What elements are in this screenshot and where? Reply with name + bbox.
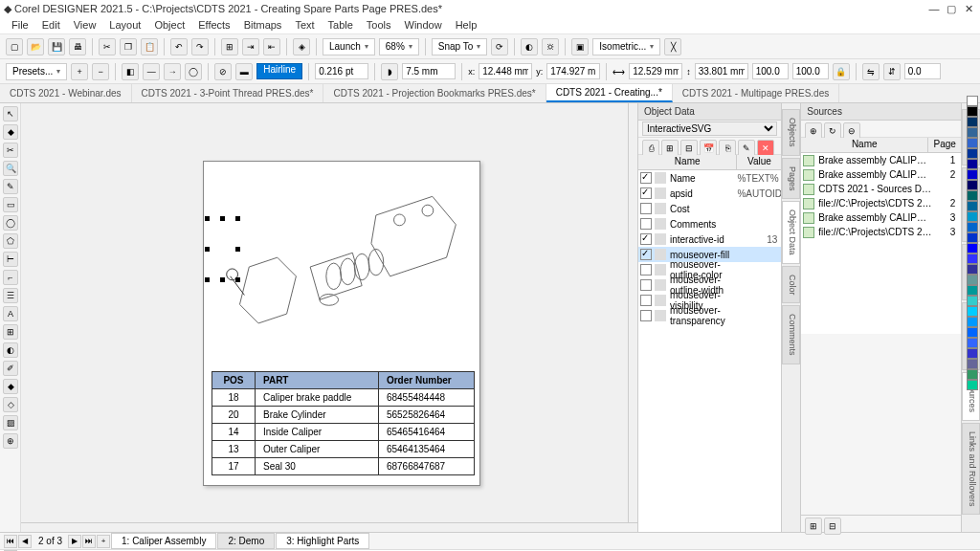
color-swatch[interactable] xyxy=(967,232,978,243)
rectangle-tool[interactable]: ▭ xyxy=(3,197,18,212)
refresh-icon[interactable]: ⟳ xyxy=(491,38,508,55)
ellipse-tool[interactable]: ◯ xyxy=(3,215,18,231)
save-icon[interactable]: 💾 xyxy=(48,38,65,55)
object-data-row[interactable]: Name%TEXT% xyxy=(638,170,781,186)
sources-list[interactable]: Brake assembly CALIPER LIST.xls1Brake as… xyxy=(801,153,961,334)
menu-help[interactable]: Help xyxy=(450,19,483,32)
color-swatch[interactable] xyxy=(967,317,978,327)
color-swatch[interactable] xyxy=(967,369,978,380)
schema-select[interactable]: InteractiveSVG xyxy=(642,121,777,136)
freehand-tool[interactable]: ✎ xyxy=(3,179,18,194)
color-swatch[interactable] xyxy=(967,359,978,369)
import-icon[interactable]: ⇥ xyxy=(242,38,259,55)
line-icon[interactable]: — xyxy=(143,63,160,80)
pick-tool[interactable]: ↖ xyxy=(3,106,18,121)
outline-width-input[interactable] xyxy=(315,63,368,79)
doc-tab[interactable]: CDTS 2021 - Multipage PRES.des xyxy=(673,84,839,102)
fill-none-icon[interactable]: ⊘ xyxy=(214,63,232,80)
export-icon[interactable]: ⇤ xyxy=(263,38,280,55)
dimension-tool[interactable]: ⊢ xyxy=(3,252,18,267)
callout-icon[interactable]: ◧ xyxy=(122,63,139,80)
color-swatch[interactable] xyxy=(967,222,978,232)
menu-object[interactable]: Object xyxy=(148,19,190,32)
menu-window[interactable]: Window xyxy=(399,19,448,32)
arrow-icon[interactable]: → xyxy=(164,63,181,80)
color-swatch[interactable] xyxy=(967,117,978,127)
color-swatch[interactable] xyxy=(967,253,978,264)
color-swatch[interactable] xyxy=(967,306,978,317)
outline-tool[interactable]: ◇ xyxy=(3,397,18,412)
color-swatch[interactable] xyxy=(967,180,978,190)
page-tab[interactable]: 1: Caliper Assembly xyxy=(111,533,216,549)
checkbox[interactable] xyxy=(640,172,652,184)
options-icon[interactable]: ⛭ xyxy=(542,38,559,55)
object-data-row[interactable]: interactive-id13 xyxy=(638,231,781,247)
menu-file[interactable]: File xyxy=(6,19,34,32)
add-preset-icon[interactable]: + xyxy=(71,63,88,80)
menu-effects[interactable]: Effects xyxy=(192,19,235,32)
docker-tab[interactable]: Color xyxy=(782,266,800,304)
h-input[interactable] xyxy=(695,63,748,79)
page-add-icon[interactable]: + xyxy=(97,535,110,548)
scale-y-input[interactable] xyxy=(792,63,829,79)
vertical-scrollbar[interactable] xyxy=(628,103,637,522)
horizontal-scrollbar[interactable] xyxy=(21,522,637,532)
color-swatch[interactable] xyxy=(967,348,978,359)
doc-tab[interactable]: CDTS 2021 - Webinar.des xyxy=(0,84,132,102)
cap-icon[interactable]: ◗ xyxy=(381,63,398,80)
color-swatch[interactable] xyxy=(967,285,978,296)
table-tool[interactable]: ⊞ xyxy=(3,324,18,340)
docker-tab[interactable]: Links and Rollovers xyxy=(962,423,980,516)
docker-tab[interactable]: Objects xyxy=(782,109,800,156)
effects-tool[interactable]: ◐ xyxy=(3,342,18,358)
fill-solid-icon[interactable]: ▬ xyxy=(235,63,253,80)
checkbox[interactable] xyxy=(640,264,652,276)
new-icon[interactable]: ▢ xyxy=(6,38,23,55)
page-first-icon[interactable]: ⏮ xyxy=(4,535,17,548)
copy-icon[interactable]: ❐ xyxy=(120,38,137,55)
crop-tool[interactable]: ✂ xyxy=(3,143,18,158)
color-swatch[interactable] xyxy=(967,96,978,106)
cut-icon[interactable]: ✂ xyxy=(99,38,116,55)
source-row[interactable]: file://C:\Projects\CDTS 2021 - Crea...3 xyxy=(801,225,961,239)
color-swatch[interactable] xyxy=(967,190,978,201)
page-prev-icon[interactable]: ◀ xyxy=(18,535,32,548)
color-swatch[interactable] xyxy=(967,138,978,148)
color-swatch[interactable] xyxy=(967,338,978,348)
object-data-list[interactable]: Name%TEXT%apsid%AUTOID%CostCommentsinter… xyxy=(638,170,781,532)
flip-v-icon[interactable]: ⇵ xyxy=(883,63,901,80)
open-icon[interactable]: 📂 xyxy=(27,38,44,55)
src-foot-1[interactable]: ⊞ xyxy=(805,518,822,535)
menu-layout[interactable]: Layout xyxy=(103,19,146,32)
minimize-button[interactable]: — xyxy=(926,2,942,15)
w-input[interactable] xyxy=(629,63,682,79)
doc-tab[interactable]: CDTS 2021 - 3-Point Thread PRES.des* xyxy=(132,84,324,102)
checkbox[interactable] xyxy=(640,295,652,306)
checkbox[interactable] xyxy=(640,187,652,199)
menu-bitmaps[interactable]: Bitmaps xyxy=(238,19,288,32)
x-input[interactable] xyxy=(479,63,532,79)
color-swatch[interactable] xyxy=(967,211,978,222)
search-icon[interactable]: ⊞ xyxy=(221,38,238,55)
text-tool[interactable]: A xyxy=(3,306,18,321)
fill-tool[interactable]: ◆ xyxy=(3,379,18,394)
rotation-input[interactable] xyxy=(904,63,941,79)
projection-dropdown[interactable]: Isometric... xyxy=(592,38,660,55)
color-swatch[interactable] xyxy=(967,296,978,306)
color-swatch[interactable] xyxy=(967,159,978,169)
checkbox[interactable] xyxy=(640,279,652,291)
color-swatch[interactable] xyxy=(967,264,978,275)
color-swatch[interactable] xyxy=(967,243,978,253)
color-swatch[interactable] xyxy=(967,106,978,117)
zoom-dropdown[interactable]: 68% xyxy=(379,38,419,55)
hairline-button[interactable]: Hairline xyxy=(256,63,302,79)
transparency-tool[interactable]: ▨ xyxy=(3,415,18,430)
page-last-icon[interactable]: ⏭ xyxy=(82,535,96,548)
y-input[interactable] xyxy=(546,63,600,79)
color-swatch[interactable] xyxy=(967,275,978,285)
publish-icon[interactable]: ◈ xyxy=(293,38,310,55)
menu-table[interactable]: Table xyxy=(323,19,359,32)
color-swatch[interactable] xyxy=(967,380,978,390)
source-row[interactable]: Brake assembly CALIPER LIST.xls2 xyxy=(801,167,961,182)
object-data-row[interactable]: Cost xyxy=(638,201,781,216)
